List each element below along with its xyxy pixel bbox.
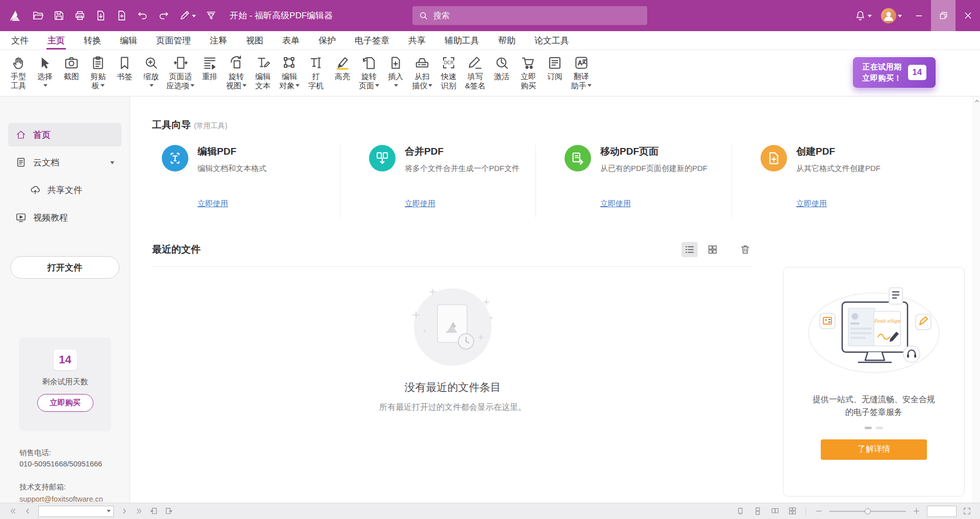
ribbon-translate-assistant[interactable]: 翻译助手 (568, 54, 595, 91)
undo-button[interactable] (132, 6, 153, 26)
facing-button[interactable] (768, 505, 782, 517)
ribbon-fill-sign[interactable]: 填写&签名 (462, 54, 488, 91)
menu-tab-form[interactable]: 表单 (281, 31, 301, 50)
ribbon-buy-now[interactable]: 立即购买 (515, 54, 542, 91)
ribbon-hand-tool[interactable]: 手型工具 (5, 54, 32, 91)
menu-tab-convert[interactable]: 转换 (83, 31, 102, 50)
ribbon-highlight[interactable]: 高亮 (329, 54, 356, 83)
card-title: 移动PDF页面 (600, 145, 707, 158)
menu-tab-view[interactable]: 视图 (245, 31, 264, 50)
save-button[interactable] (48, 6, 69, 26)
vertical-scrollbar[interactable] (973, 96, 980, 503)
sidebar-item-cloud-docs[interactable]: 云文档 (8, 151, 121, 174)
print-button[interactable] (69, 6, 90, 26)
ribbon-edit-text[interactable]: 编辑文本 (250, 54, 276, 91)
trial-badge[interactable]: 正在试用期 立即购买！ 14 (853, 57, 936, 88)
menu-tab-paper-tools[interactable]: 论文工具 (533, 31, 570, 50)
open-file-button[interactable] (28, 6, 48, 26)
sidebar-item-video-tutorials[interactable]: 视频教程 (8, 206, 121, 229)
page-number-input[interactable] (39, 507, 107, 515)
ribbon-rotate-view[interactable]: 旋转视图 (223, 54, 250, 91)
single-page-button[interactable] (733, 505, 747, 517)
continuous-button[interactable] (751, 505, 765, 517)
dot-2[interactable] (876, 427, 883, 429)
ribbon-subscribe[interactable]: 订阅 (542, 54, 568, 83)
use-now-link-create-pdf[interactable]: 立即使用 (796, 199, 827, 209)
minimize-button[interactable] (906, 0, 931, 31)
tool-card-create-pdf: 创建PDF从其它格式文件创建PDF立即使用 (731, 145, 973, 217)
search-icon (419, 11, 428, 20)
close-button[interactable] (955, 0, 980, 31)
first-page-button[interactable] (6, 505, 20, 517)
use-now-link-merge-pdf[interactable]: 立即使用 (405, 199, 435, 209)
ribbon-edit-object[interactable]: 编辑对象 (276, 54, 303, 91)
bookmark-icon (117, 55, 132, 70)
search-input[interactable] (433, 11, 641, 20)
ribbon-rotate-pages[interactable]: 旋转页面 (356, 54, 382, 91)
next-page-button[interactable] (117, 505, 131, 517)
quick-actions-button[interactable] (201, 6, 222, 26)
use-now-link-edit-pdf[interactable]: 立即使用 (198, 199, 228, 209)
sidebar-item-shared-files[interactable]: 共享文件 (8, 178, 121, 202)
menu-tab-esign[interactable]: 电子签章 (354, 31, 390, 50)
notifications-button[interactable] (850, 6, 876, 26)
menu-tab-file[interactable]: 文件 (10, 31, 30, 50)
zoom-slider[interactable] (829, 506, 906, 516)
menu-tab-page-organize[interactable]: 页面管理 (155, 31, 192, 50)
redo-button[interactable] (153, 6, 174, 26)
foxit-logo-icon[interactable] (6, 7, 23, 24)
esign-button[interactable] (174, 6, 201, 26)
menu-tab-accessibility[interactable]: 辅助工具 (444, 31, 480, 50)
prev-page-button[interactable] (21, 505, 35, 517)
view-mode-icon (205, 10, 217, 21)
facing-icon (771, 507, 779, 515)
ribbon-insert[interactable]: 插入 (382, 54, 409, 91)
chevron-down-icon[interactable] (107, 510, 111, 514)
empty-state-subtitle: 所有最近打开过的文件都会显示在这里。 (379, 402, 526, 413)
ribbon-typewriter[interactable]: 打字机 (303, 54, 329, 91)
menu-tab-comment[interactable]: 注释 (209, 31, 228, 50)
promo-pagination-dots[interactable] (865, 427, 883, 429)
last-page-button[interactable] (132, 505, 146, 517)
menu-tab-edit[interactable]: 编辑 (119, 31, 138, 50)
sidebar-item-home[interactable]: 首页 (8, 123, 121, 146)
continuous-facing-button[interactable] (786, 505, 799, 517)
prev-view-button[interactable] (147, 505, 161, 517)
create-pdf-button[interactable] (111, 6, 132, 26)
learn-more-button[interactable]: 了解详情 (821, 439, 927, 460)
ribbon-fit-page-options[interactable]: 页面适应选项 (164, 54, 197, 91)
search-box[interactable] (412, 6, 647, 25)
zoom-in-button[interactable] (910, 505, 923, 517)
menu-tab-share[interactable]: 共享 (407, 31, 427, 50)
open-file-button[interactable]: 打开文件 (10, 256, 119, 279)
ribbon-bookmark[interactable]: 书签 (111, 54, 138, 83)
list-view-button[interactable] (681, 242, 698, 257)
ribbon-activate[interactable]: 激活 (488, 54, 515, 83)
cart-icon (521, 55, 536, 70)
export-pdf-button[interactable] (90, 6, 111, 26)
next-view-button[interactable] (162, 505, 176, 517)
menu-tab-home[interactable]: 主页 (46, 31, 66, 50)
zoom-slider-thumb[interactable] (865, 508, 871, 514)
zoom-level-input[interactable] (927, 506, 957, 517)
ribbon-select[interactable]: 选择 (32, 54, 58, 91)
ribbon-quick-ocr[interactable]: OCR快速识别 (435, 54, 462, 91)
ribbon-reflow[interactable]: 重排 (197, 54, 223, 83)
ribbon-from-scanner[interactable]: 从扫描仪 (409, 54, 435, 91)
ribbon-snapshot[interactable]: 截图 (58, 54, 85, 83)
grid-view-button[interactable] (704, 242, 721, 257)
ribbon-clipboard[interactable]: 剪贴板 (85, 54, 111, 91)
chevron-down-icon (190, 84, 194, 89)
buy-now-button[interactable]: 立即购买 (37, 394, 93, 412)
dot-1[interactable] (865, 427, 872, 429)
restore-button[interactable] (931, 0, 955, 31)
zoom-out-button[interactable] (812, 505, 826, 517)
menu-tab-protect[interactable]: 保护 (317, 31, 337, 50)
ribbon-zoom[interactable]: 缩放 (138, 54, 164, 91)
use-now-link-move-pdf-pages[interactable]: 立即使用 (600, 199, 631, 209)
menu-tab-help[interactable]: 帮助 (497, 31, 517, 50)
delete-recent-button[interactable] (737, 242, 753, 257)
full-screen-button[interactable] (960, 505, 974, 517)
chevron-down-icon (898, 15, 902, 19)
account-button[interactable] (876, 4, 906, 28)
